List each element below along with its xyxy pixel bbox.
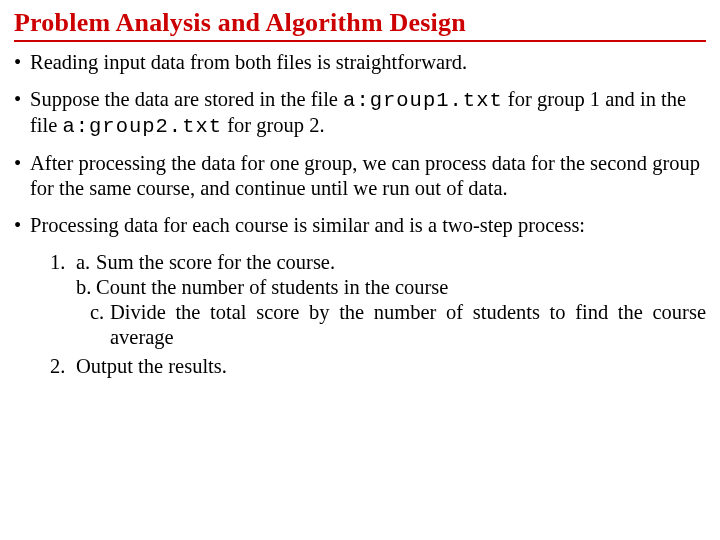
bullet-text-part: for group 2.	[222, 114, 324, 136]
bullet-text: Reading input data from both files is st…	[30, 51, 467, 73]
slide-title: Problem Analysis and Algorithm Design	[14, 8, 706, 42]
lettered-item: b. Count the number of students in the c…	[76, 275, 706, 300]
bullet-item: Processing data for each course is simil…	[14, 213, 706, 238]
bullet-text: After processing the data for one group,…	[30, 152, 700, 199]
item-text: Sum the score for the course.	[96, 251, 335, 273]
bullet-item: After processing the data for one group,…	[14, 151, 706, 201]
item-number: 1.	[50, 250, 65, 275]
item-number: 2.	[50, 354, 65, 379]
item-letter: b.	[76, 275, 91, 300]
lettered-sublist: a. Sum the score for the course. b. Coun…	[76, 250, 706, 350]
bullet-list: Reading input data from both files is st…	[14, 50, 706, 238]
item-letter: c.	[90, 300, 104, 325]
numbered-list: 1. a. Sum the score for the course. b. C…	[14, 250, 706, 379]
lettered-item: a. Sum the score for the course.	[76, 250, 706, 275]
bullet-text-part: Suppose the data are stored in the file	[30, 88, 343, 110]
filename-code: a:group1.txt	[343, 89, 503, 112]
bullet-item: Reading input data from both files is st…	[14, 50, 706, 75]
bullet-item: Suppose the data are stored in the file …	[14, 87, 706, 139]
numbered-item: 1. a. Sum the score for the course. b. C…	[50, 250, 706, 350]
item-text: Divide the total score by the number of …	[110, 301, 706, 348]
filename-code: a:group2.txt	[62, 115, 222, 138]
bullet-text: Processing data for each course is simil…	[30, 214, 585, 236]
numbered-item: 2. Output the results.	[50, 354, 706, 379]
item-letter: a.	[76, 250, 90, 275]
item-text: Output the results.	[76, 355, 227, 377]
lettered-item: c. Divide the total score by the number …	[90, 300, 706, 350]
item-text: Count the number of students in the cour…	[96, 276, 448, 298]
